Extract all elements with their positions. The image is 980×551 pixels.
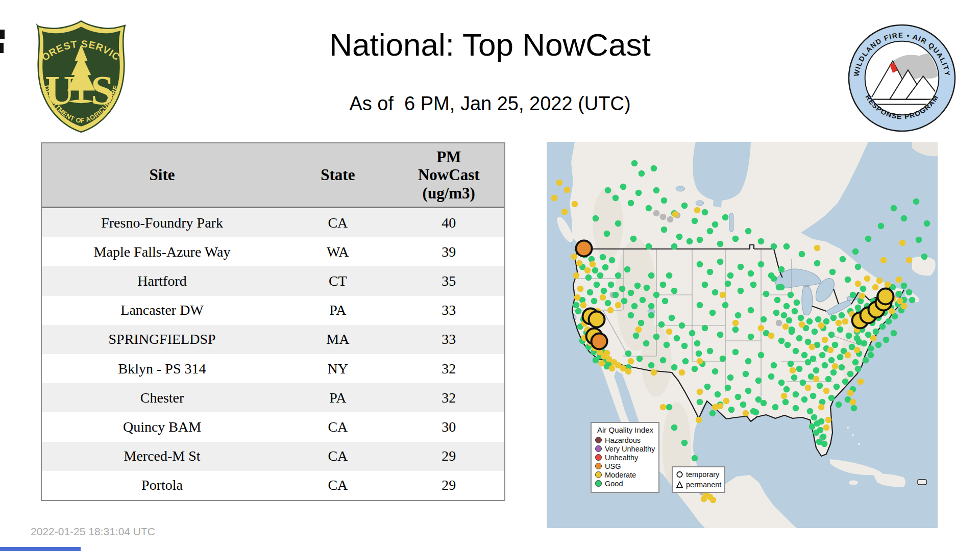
good-monitor-dot xyxy=(863,357,869,364)
page-subtitle: As of 6 PM, Jan 25, 2022 (UTC) xyxy=(0,93,980,115)
good-monitor-dot xyxy=(697,261,703,268)
good-monitor-dot xyxy=(771,276,777,282)
good-monitor-dot xyxy=(836,402,842,408)
good-monitor-dot xyxy=(646,205,652,212)
good-monitor-dot xyxy=(855,264,862,270)
column-header-site: Site xyxy=(42,166,282,184)
good-monitor-dot xyxy=(891,330,897,337)
good-monitor-dot xyxy=(906,289,913,296)
moderate-monitor-dot xyxy=(607,307,614,314)
good-monitor-dot xyxy=(643,340,650,347)
moderate-monitor-dot xyxy=(572,201,578,208)
good-monitor-dot xyxy=(712,368,719,375)
good-monitor-dot xyxy=(755,378,762,384)
good-monitor-dot xyxy=(638,320,645,327)
good-monitor-dot xyxy=(636,356,643,362)
good-monitor-dot xyxy=(738,288,744,294)
good-monitor-dot xyxy=(854,335,861,342)
good-monitor-dot xyxy=(778,380,785,386)
aqi-legend-item: Unhealthy xyxy=(595,453,655,462)
good-monitor-dot xyxy=(805,359,812,366)
cell-state: CA xyxy=(282,477,393,493)
good-monitor-dot xyxy=(868,345,874,352)
moderate-monitor-dot xyxy=(901,303,908,310)
top-site-marker-usg[interactable] xyxy=(592,334,607,349)
good-monitor-dot xyxy=(837,354,844,361)
good-monitor-dot xyxy=(815,316,822,323)
moderate-monitor-dot xyxy=(823,424,830,431)
moderate-monitor-dot xyxy=(825,417,832,423)
top-nowcast-table: Site State PM NowCast (ug/m3) Fresno-Fou… xyxy=(41,142,505,501)
very_unhealthy-dot-icon xyxy=(595,445,602,452)
moderate-monitor-dot xyxy=(573,272,580,279)
good-monitor-dot xyxy=(735,312,742,319)
table-row: Quincy BAMCA30 xyxy=(42,412,504,441)
good-monitor-dot xyxy=(783,243,790,250)
cell-value: 29 xyxy=(394,448,504,464)
good-monitor-dot xyxy=(801,352,808,359)
good-monitor-dot xyxy=(609,257,616,264)
moderate-monitor-dot xyxy=(701,496,707,503)
good-monitor-dot xyxy=(585,274,592,281)
moderate-dot-icon xyxy=(595,471,602,478)
moderate-monitor-dot xyxy=(805,385,812,391)
good-monitor-dot xyxy=(697,399,703,406)
moderate-monitor-dot xyxy=(809,344,816,350)
good-monitor-dot xyxy=(855,366,862,372)
good-monitor-dot xyxy=(594,282,600,288)
marker-legend-label: temporary xyxy=(686,470,719,479)
cell-state: CT xyxy=(282,273,393,289)
good-monitor-dot xyxy=(828,332,835,338)
inactive-monitor-dot xyxy=(653,210,660,217)
top-site-marker-moderate[interactable] xyxy=(589,312,605,328)
moderate-monitor-dot xyxy=(896,277,902,283)
moderate-monitor-dot xyxy=(854,347,861,354)
wildland-fire-logo: WILDLAND FIRE • AIR QUALITY RESPONSE PRO… xyxy=(846,22,958,134)
top-site-marker-moderate[interactable] xyxy=(878,289,894,305)
good-monitor-dot xyxy=(761,400,767,407)
moderate-monitor-dot xyxy=(743,410,749,417)
good-monitor-dot xyxy=(852,248,859,255)
column-header-state: State xyxy=(282,166,393,184)
good-monitor-dot xyxy=(597,272,604,279)
moderate-monitor-dot xyxy=(666,329,673,335)
cell-site: SPRINGFIELDSP xyxy=(42,331,282,347)
good-monitor-dot xyxy=(628,290,634,296)
good-monitor-dot xyxy=(778,266,785,273)
table-row: Lancaster DWPA33 xyxy=(42,296,504,325)
good-monitor-dot xyxy=(704,384,711,390)
moderate-monitor-dot xyxy=(842,318,849,325)
cell-state: CA xyxy=(282,215,393,231)
good-monitor-dot xyxy=(810,393,817,399)
good-monitor-dot xyxy=(687,238,693,245)
moderate-monitor-dot xyxy=(584,267,591,274)
good-monitor-dot xyxy=(712,289,719,296)
good-monitor-dot xyxy=(825,376,832,383)
good-monitor-dot xyxy=(658,321,665,328)
moderate-monitor-dot xyxy=(864,276,871,282)
moderate-monitor-dot xyxy=(571,254,578,260)
moderate-monitor-dot xyxy=(576,260,583,267)
aqi-legend-label: Unhealthy xyxy=(605,454,638,462)
good-monitor-dot xyxy=(783,303,790,310)
good-monitor-dot xyxy=(728,407,735,413)
good-monitor-dot xyxy=(913,198,920,205)
moderate-monitor-dot xyxy=(609,365,616,372)
good-monitor-dot xyxy=(788,292,794,298)
moderate-monitor-dot xyxy=(697,389,703,395)
good-monitor-dot xyxy=(608,282,615,288)
good-monitor-dot xyxy=(717,259,724,265)
aqi-map-canvas[interactable]: Air Quality Index HazardousVery Unhealth… xyxy=(547,142,938,528)
moderate-monitor-dot xyxy=(790,367,796,374)
good-monitor-dot xyxy=(593,357,599,364)
good-monitor-dot xyxy=(666,404,673,411)
moderate-monitor-dot xyxy=(551,195,558,202)
good-monitor-dot xyxy=(796,335,803,342)
good-monitor-dot xyxy=(639,170,645,177)
good-monitor-dot xyxy=(591,298,598,305)
good-monitor-dot xyxy=(702,282,708,288)
top-site-marker-usg[interactable] xyxy=(576,241,592,257)
cell-value: 39 xyxy=(394,244,504,260)
good-monitor-dot xyxy=(791,374,798,381)
good-monitor-dot xyxy=(605,300,611,307)
